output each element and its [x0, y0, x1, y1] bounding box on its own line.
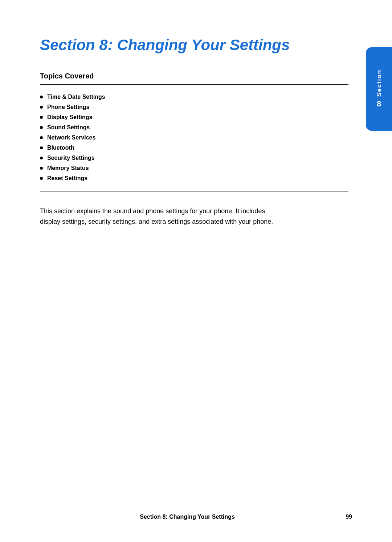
topics-bottom-divider	[40, 191, 348, 191]
bullet-icon	[40, 126, 43, 129]
topics-header: Topics Covered	[40, 72, 348, 85]
section-tab: Section 8	[366, 47, 392, 131]
bullet-icon	[40, 96, 43, 98]
list-item: Display Settings	[40, 112, 348, 122]
list-item-label: Display Settings	[47, 114, 92, 121]
bullet-icon	[40, 167, 43, 170]
footer-page-number: 99	[346, 514, 352, 520]
bullet-icon	[40, 136, 43, 139]
list-item-label: Bluetooth	[47, 145, 74, 151]
section-tab-number: 8	[377, 99, 381, 109]
bullet-icon	[40, 177, 43, 180]
topics-section: Topics Covered Time & Date Settings Phon…	[40, 72, 348, 191]
list-item: Phone Settings	[40, 102, 348, 112]
list-item-label: Network Services	[47, 134, 95, 141]
section-tab-label: Section	[376, 69, 382, 97]
list-item-label: Security Settings	[47, 155, 95, 161]
list-item: Bluetooth	[40, 143, 348, 153]
main-content: Section 8: Changing Your Settings Topics…	[40, 36, 348, 227]
bullet-icon	[40, 106, 43, 109]
bullet-icon	[40, 157, 43, 159]
topics-list: Time & Date Settings Phone Settings Disp…	[40, 92, 348, 183]
list-item-label: Reset Settings	[47, 175, 87, 182]
list-item: Memory Status	[40, 163, 348, 173]
page-container: Section 8 Section 8: Changing Your Setti…	[0, 0, 392, 542]
list-item: Reset Settings	[40, 173, 348, 183]
page-footer: Section 8: Changing Your Settings 99	[0, 514, 392, 520]
page-title: Section 8: Changing Your Settings	[40, 36, 348, 54]
list-item: Sound Settings	[40, 122, 348, 133]
list-item: Network Services	[40, 133, 348, 143]
list-item-label: Sound Settings	[47, 124, 90, 131]
list-item-label: Time & Date Settings	[47, 94, 105, 100]
list-item: Security Settings	[40, 153, 348, 163]
list-item-label: Memory Status	[47, 165, 89, 171]
description-text: This section explains the sound and phon…	[40, 206, 287, 227]
list-item-label: Phone Settings	[47, 104, 89, 110]
bullet-icon	[40, 146, 43, 149]
list-item: Time & Date Settings	[40, 92, 348, 102]
bullet-icon	[40, 116, 43, 119]
footer-section-label: Section 8: Changing Your Settings	[40, 514, 335, 520]
